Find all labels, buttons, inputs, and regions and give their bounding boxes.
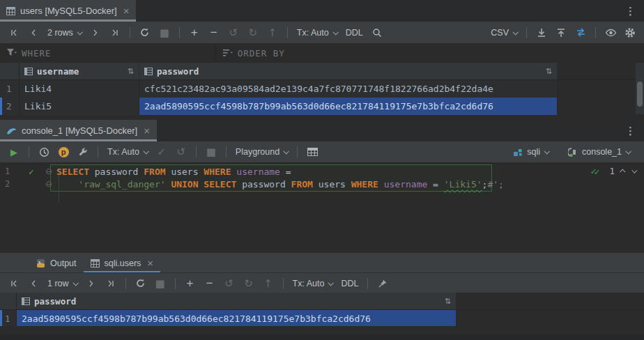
chevron-down-icon <box>512 29 518 35</box>
grid-header-filler <box>558 63 644 79</box>
fold-marker-icon[interactable]: ⊖ <box>41 179 56 189</box>
refresh-icon[interactable] <box>134 276 148 291</box>
first-page-icon[interactable] <box>7 25 21 40</box>
tx-mode-select[interactable]: Tx: Auto <box>107 147 148 157</box>
compare-icon[interactable] <box>574 25 588 40</box>
delete-row-icon[interactable]: − <box>207 25 221 40</box>
sql-token: FROM <box>144 167 165 177</box>
sql-token: users <box>166 167 204 177</box>
sql-token: 'raw_sql_danger' <box>78 179 165 190</box>
playground-mode-select[interactable]: Playground <box>236 147 288 157</box>
vertical-scrollbar[interactable] <box>636 63 644 114</box>
next-result-icon[interactable] <box>631 167 637 173</box>
submit-icon[interactable]: ↑ <box>261 276 275 291</box>
execute-play-icon[interactable]: ▶ <box>7 144 21 160</box>
next-page-icon[interactable] <box>84 276 98 291</box>
row-count-select[interactable]: 2 rows <box>47 28 82 38</box>
import-upload-icon[interactable] <box>554 25 568 40</box>
cell-password-selected[interactable]: 2aad5890595ccf4598b787b99ab563d0d66ec821… <box>17 310 457 327</box>
ddl-button[interactable]: DDL <box>346 28 363 38</box>
next-page-icon[interactable] <box>89 25 102 40</box>
cell-password-selected[interactable]: 2aad5890595ccf4598b787b99ab563d0d66ec821… <box>139 98 558 115</box>
cell-password[interactable]: cfc521c23482ac93a09584ad2e139c4a7fc87077… <box>139 80 558 98</box>
last-page-icon[interactable] <box>108 25 122 40</box>
order-by-field[interactable]: ORDER BY <box>216 48 292 59</box>
add-row-icon[interactable]: + <box>187 25 201 40</box>
top-data-grid: username ⇅ password ⇅ 1 Liki4 cfc521c234… <box>0 63 644 114</box>
undo-icon[interactable]: ↺ <box>222 276 236 291</box>
previous-page-icon[interactable] <box>26 25 40 40</box>
line-number: 2 <box>0 179 22 189</box>
delete-row-icon[interactable]: − <box>203 276 217 291</box>
commit-check-icon[interactable]: ✓ <box>155 144 169 160</box>
toolbar-separator <box>595 27 596 38</box>
sort-toggle-icon[interactable]: ⇅ <box>445 297 451 306</box>
stop-icon[interactable]: ■ <box>158 25 171 40</box>
sql-line-2[interactable]: 2 ⊖ 'raw_sql_danger' UNION SELECT passwo… <box>0 178 504 190</box>
session-select[interactable]: console_1 <box>568 147 630 157</box>
submit-icon[interactable]: ↑ <box>266 25 279 40</box>
inspection-widget[interactable]: ✓✓ 1 <box>590 166 636 176</box>
ddl-button[interactable]: DDL <box>341 279 358 288</box>
revert-icon[interactable]: ↻ <box>242 276 256 291</box>
grid-header-row: username ⇅ password ⇅ <box>0 63 644 80</box>
top-grid-toolbar: 2 rows ■ + − ↺ ↻ ↑ Tx: Auto DDL CSV <box>0 22 644 43</box>
export-download-icon[interactable] <box>535 25 549 40</box>
tab-sqli-users-result[interactable]: sqli.users × <box>84 253 161 273</box>
first-page-icon[interactable] <box>7 276 21 291</box>
search-icon[interactable] <box>370 25 384 40</box>
add-row-icon[interactable]: + <box>183 276 197 291</box>
tab-users-table[interactable]: users [MySQL5-Docker] × <box>0 0 136 22</box>
export-format-select[interactable]: CSV <box>491 28 517 38</box>
table-row[interactable]: 1 Liki4 cfc521c23482ac93a09584ad2e139c4a… <box>0 80 644 98</box>
cell-username[interactable]: Liki4 <box>20 80 139 98</box>
more-options-icon[interactable]: ⋮ <box>617 125 644 137</box>
previous-page-icon[interactable] <box>26 276 40 291</box>
fold-marker-icon[interactable]: ⊖ <box>41 167 56 176</box>
column-header-username[interactable]: username ⇅ <box>20 63 139 79</box>
sql-token: ; <box>482 179 488 190</box>
column-header-password[interactable]: password ⇅ <box>139 63 558 79</box>
last-page-icon[interactable] <box>104 276 118 291</box>
row-number-gutter-header <box>0 63 20 79</box>
more-options-icon[interactable]: ⋮ <box>617 5 644 17</box>
pin-tab-icon[interactable] <box>376 276 390 291</box>
scrollbar-thumb[interactable] <box>637 82 643 107</box>
tab-output[interactable]: Output <box>29 253 84 273</box>
settings-gear-icon[interactable] <box>623 25 637 40</box>
tx-mode-select[interactable]: Tx: Auto <box>297 28 337 38</box>
revert-icon[interactable]: ↻ <box>246 25 260 40</box>
sort-toggle-icon[interactable]: ⇅ <box>546 67 552 76</box>
row-count-select[interactable]: 1 row <box>47 279 77 288</box>
stop-icon[interactable]: ■ <box>204 144 218 160</box>
tx-mode-select[interactable]: Tx: Auto <box>293 279 333 288</box>
schema-select[interactable]: sqli <box>513 147 549 157</box>
previous-result-icon[interactable] <box>620 169 625 174</box>
close-icon[interactable]: × <box>123 6 130 16</box>
sql-token-liki5: 'Liki5' <box>444 179 482 190</box>
table-row[interactable]: 2 Liki5 2aad5890595ccf4598b787b99ab563d0… <box>0 98 644 115</box>
close-icon[interactable]: × <box>144 125 150 136</box>
table-row[interactable]: 1 2aad5890595ccf4598b787b99ab563d0d66ec8… <box>0 310 644 327</box>
chevron-down-icon <box>143 148 148 154</box>
rollback-icon[interactable]: ↺ <box>174 144 188 160</box>
stop-icon[interactable]: ■ <box>153 276 167 291</box>
sort-toggle-icon[interactable]: ⇅ <box>128 67 134 76</box>
column-header-password[interactable]: password ⇅ <box>17 293 457 309</box>
sql-line-1[interactable]: 1 ✓ ⊖ SELECT password FROM users WHERE u… <box>0 165 291 178</box>
undo-icon[interactable]: ↺ <box>227 25 240 40</box>
refresh-icon[interactable] <box>138 25 152 40</box>
cell-username[interactable]: Liki5 <box>20 98 139 115</box>
parameters-badge-icon[interactable]: p <box>56 144 70 160</box>
sql-token: SELECT <box>56 167 89 177</box>
result-view-table-icon[interactable] <box>305 144 319 160</box>
close-icon[interactable]: × <box>147 258 153 268</box>
console-tabbar: console_1 [MySQL5-Docker] × ⋮ <box>0 120 644 142</box>
history-clock-icon[interactable] <box>37 144 51 160</box>
selected-row-marker <box>0 310 2 327</box>
view-options-eye-icon[interactable] <box>604 25 618 40</box>
where-filter-field[interactable]: WHERE <box>0 48 59 59</box>
wrench-settings-icon[interactable] <box>76 144 90 160</box>
tab-console-1[interactable]: console_1 [MySQL5-Docker] × <box>0 120 157 141</box>
sql-editor[interactable]: 1 ✓ ⊖ SELECT password FROM users WHERE u… <box>0 162 644 252</box>
